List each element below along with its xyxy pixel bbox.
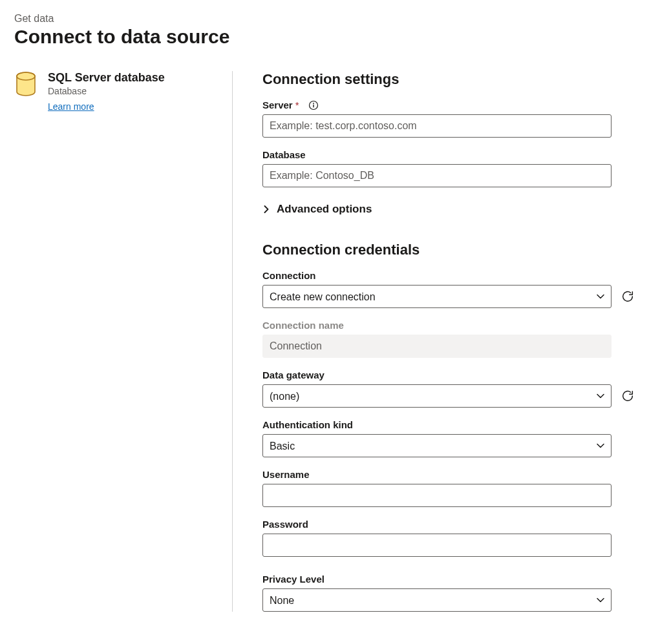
connection-settings-heading: Connection settings: [262, 71, 627, 88]
learn-more-link[interactable]: Learn more: [48, 101, 94, 112]
advanced-options-toggle[interactable]: Advanced options: [262, 203, 627, 216]
data-gateway-label: Data gateway: [262, 369, 627, 380]
connection-name-label: Connection name: [262, 320, 627, 331]
data-gateway-label-text: Data gateway: [262, 369, 324, 380]
privacy-level-select[interactable]: None: [262, 588, 612, 612]
chevron-right-icon: [262, 205, 270, 213]
server-input[interactable]: [262, 114, 612, 138]
database-label-text: Database: [262, 149, 306, 160]
breadcrumb: Get data: [14, 13, 635, 25]
database-input[interactable]: [262, 164, 612, 187]
password-input[interactable]: [262, 534, 612, 557]
privacy-level-label: Privacy Level: [262, 574, 627, 585]
server-label: Server *: [262, 99, 627, 110]
username-label: Username: [262, 469, 627, 480]
info-icon[interactable]: [308, 100, 319, 110]
connection-label: Connection: [262, 270, 627, 281]
source-subtitle: Database: [48, 86, 165, 96]
connection-name-label-text: Connection name: [262, 320, 344, 331]
database-icon: [14, 71, 37, 98]
source-panel: SQL Server database Database Learn more: [14, 71, 233, 612]
advanced-options-label: Advanced options: [277, 203, 372, 216]
page-title: Connect to data source: [14, 26, 635, 48]
connection-label-text: Connection: [262, 270, 316, 281]
svg-point-3: [313, 103, 314, 104]
connection-name-input: [262, 335, 612, 358]
connection-select[interactable]: Create new connection: [262, 285, 612, 308]
refresh-gateway-button[interactable]: [621, 388, 635, 404]
connection-credentials-heading: Connection credentials: [262, 242, 627, 258]
auth-kind-label: Authentication kind: [262, 419, 627, 430]
privacy-level-label-text: Privacy Level: [262, 574, 324, 585]
server-label-text: Server: [262, 99, 293, 110]
data-gateway-select[interactable]: (none): [262, 384, 612, 408]
database-label: Database: [262, 149, 627, 160]
required-marker: *: [295, 99, 299, 110]
auth-kind-label-text: Authentication kind: [262, 419, 353, 430]
username-label-text: Username: [262, 469, 310, 480]
auth-kind-select[interactable]: Basic: [262, 434, 612, 457]
username-input[interactable]: [262, 484, 612, 507]
refresh-connection-button[interactable]: [621, 289, 635, 304]
svg-rect-4: [313, 104, 314, 107]
password-label-text: Password: [262, 519, 308, 530]
source-title: SQL Server database: [48, 71, 165, 85]
password-label: Password: [262, 519, 627, 530]
